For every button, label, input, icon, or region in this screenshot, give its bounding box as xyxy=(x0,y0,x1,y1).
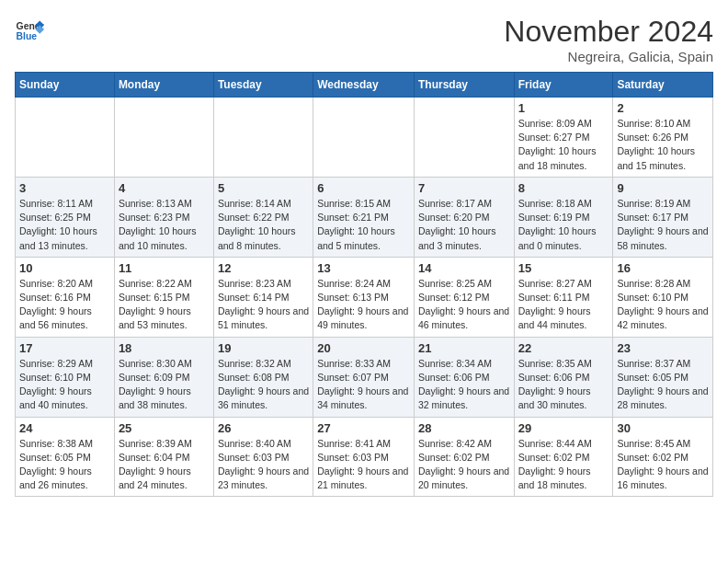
day-info: Sunrise: 8:24 AM Sunset: 6:13 PM Dayligh… xyxy=(317,277,410,333)
weekday-header: Sunday xyxy=(16,73,115,98)
calendar-cell: 26Sunrise: 8:40 AM Sunset: 6:03 PM Dayli… xyxy=(213,417,313,497)
day-number: 19 xyxy=(218,341,309,355)
day-number: 23 xyxy=(617,341,709,355)
calendar-week-row: 10Sunrise: 8:20 AM Sunset: 6:16 PM Dayli… xyxy=(16,257,713,337)
calendar-cell: 30Sunrise: 8:45 AM Sunset: 6:02 PM Dayli… xyxy=(613,417,713,497)
logo-icon: General Blue xyxy=(15,15,44,44)
day-info: Sunrise: 8:23 AM Sunset: 6:14 PM Dayligh… xyxy=(218,277,309,333)
day-info: Sunrise: 8:09 AM Sunset: 6:27 PM Dayligh… xyxy=(518,117,609,173)
day-info: Sunrise: 8:45 AM Sunset: 6:02 PM Dayligh… xyxy=(617,437,709,493)
day-number: 9 xyxy=(617,181,709,195)
calendar-cell: 10Sunrise: 8:20 AM Sunset: 6:16 PM Dayli… xyxy=(16,257,115,337)
calendar-cell: 28Sunrise: 8:42 AM Sunset: 6:02 PM Dayli… xyxy=(414,417,514,497)
calendar-cell: 1Sunrise: 8:09 AM Sunset: 6:27 PM Daylig… xyxy=(514,98,613,178)
day-number: 25 xyxy=(119,421,210,435)
day-number: 29 xyxy=(518,421,609,435)
calendar-week-row: 1Sunrise: 8:09 AM Sunset: 6:27 PM Daylig… xyxy=(16,98,713,178)
calendar-cell xyxy=(114,98,213,178)
day-info: Sunrise: 8:41 AM Sunset: 6:03 PM Dayligh… xyxy=(317,437,410,493)
calendar-cell: 25Sunrise: 8:39 AM Sunset: 6:04 PM Dayli… xyxy=(114,417,213,497)
day-number: 3 xyxy=(19,181,110,195)
calendar-table: SundayMondayTuesdayWednesdayThursdayFrid… xyxy=(15,72,713,497)
day-info: Sunrise: 8:28 AM Sunset: 6:10 PM Dayligh… xyxy=(617,277,709,333)
day-number: 18 xyxy=(119,341,210,355)
day-number: 28 xyxy=(418,421,510,435)
weekday-header: Tuesday xyxy=(213,73,313,98)
calendar-cell: 2Sunrise: 8:10 AM Sunset: 6:26 PM Daylig… xyxy=(613,98,713,178)
day-info: Sunrise: 8:32 AM Sunset: 6:08 PM Dayligh… xyxy=(218,357,309,413)
day-number: 14 xyxy=(418,261,510,275)
day-number: 21 xyxy=(418,341,510,355)
calendar-cell: 17Sunrise: 8:29 AM Sunset: 6:10 PM Dayli… xyxy=(16,337,115,417)
day-info: Sunrise: 8:20 AM Sunset: 6:16 PM Dayligh… xyxy=(19,277,110,333)
day-number: 30 xyxy=(617,421,709,435)
day-number: 6 xyxy=(317,181,410,195)
calendar-cell: 14Sunrise: 8:25 AM Sunset: 6:12 PM Dayli… xyxy=(414,257,514,337)
calendar-cell: 6Sunrise: 8:15 AM Sunset: 6:21 PM Daylig… xyxy=(313,177,415,257)
day-number: 2 xyxy=(617,101,709,115)
calendar-cell xyxy=(313,98,415,178)
calendar-cell: 5Sunrise: 8:14 AM Sunset: 6:22 PM Daylig… xyxy=(213,177,313,257)
day-number: 4 xyxy=(119,181,210,195)
calendar-cell: 18Sunrise: 8:30 AM Sunset: 6:09 PM Dayli… xyxy=(114,337,213,417)
calendar-cell: 29Sunrise: 8:44 AM Sunset: 6:02 PM Dayli… xyxy=(514,417,613,497)
logo: General Blue xyxy=(15,15,44,44)
day-number: 15 xyxy=(518,261,609,275)
calendar-cell: 3Sunrise: 8:11 AM Sunset: 6:25 PM Daylig… xyxy=(16,177,115,257)
day-info: Sunrise: 8:40 AM Sunset: 6:03 PM Dayligh… xyxy=(218,437,309,493)
day-info: Sunrise: 8:42 AM Sunset: 6:02 PM Dayligh… xyxy=(418,437,510,493)
day-number: 1 xyxy=(518,101,609,115)
calendar-cell xyxy=(16,98,115,178)
calendar-cell: 13Sunrise: 8:24 AM Sunset: 6:13 PM Dayli… xyxy=(313,257,415,337)
day-number: 26 xyxy=(218,421,309,435)
location: Negreira, Galicia, Spain xyxy=(504,49,713,64)
calendar-cell: 24Sunrise: 8:38 AM Sunset: 6:05 PM Dayli… xyxy=(16,417,115,497)
title-block: November 2024 Negreira, Galicia, Spain xyxy=(504,15,713,64)
weekday-header-row: SundayMondayTuesdayWednesdayThursdayFrid… xyxy=(16,73,713,98)
calendar-cell: 7Sunrise: 8:17 AM Sunset: 6:20 PM Daylig… xyxy=(414,177,514,257)
day-info: Sunrise: 8:14 AM Sunset: 6:22 PM Dayligh… xyxy=(218,197,309,253)
day-number: 22 xyxy=(518,341,609,355)
day-number: 17 xyxy=(19,341,110,355)
day-info: Sunrise: 8:25 AM Sunset: 6:12 PM Dayligh… xyxy=(418,277,510,333)
day-info: Sunrise: 8:39 AM Sunset: 6:04 PM Dayligh… xyxy=(119,437,210,493)
day-info: Sunrise: 8:29 AM Sunset: 6:10 PM Dayligh… xyxy=(19,357,110,413)
day-number: 7 xyxy=(418,181,510,195)
day-number: 13 xyxy=(317,261,410,275)
calendar-cell: 9Sunrise: 8:19 AM Sunset: 6:17 PM Daylig… xyxy=(613,177,713,257)
calendar-week-row: 24Sunrise: 8:38 AM Sunset: 6:05 PM Dayli… xyxy=(16,417,713,497)
month-title: November 2024 xyxy=(504,15,713,49)
day-info: Sunrise: 8:19 AM Sunset: 6:17 PM Dayligh… xyxy=(617,197,709,253)
day-info: Sunrise: 8:13 AM Sunset: 6:23 PM Dayligh… xyxy=(119,197,210,253)
day-number: 20 xyxy=(317,341,410,355)
day-number: 10 xyxy=(19,261,110,275)
weekday-header: Thursday xyxy=(414,73,514,98)
calendar-cell: 20Sunrise: 8:33 AM Sunset: 6:07 PM Dayli… xyxy=(313,337,415,417)
calendar-cell: 8Sunrise: 8:18 AM Sunset: 6:19 PM Daylig… xyxy=(514,177,613,257)
day-info: Sunrise: 8:35 AM Sunset: 6:06 PM Dayligh… xyxy=(518,357,609,413)
calendar-week-row: 17Sunrise: 8:29 AM Sunset: 6:10 PM Dayli… xyxy=(16,337,713,417)
day-number: 8 xyxy=(518,181,609,195)
weekday-header: Friday xyxy=(514,73,613,98)
calendar-cell: 23Sunrise: 8:37 AM Sunset: 6:05 PM Dayli… xyxy=(613,337,713,417)
day-number: 16 xyxy=(617,261,709,275)
calendar-cell: 22Sunrise: 8:35 AM Sunset: 6:06 PM Dayli… xyxy=(514,337,613,417)
calendar-cell: 11Sunrise: 8:22 AM Sunset: 6:15 PM Dayli… xyxy=(114,257,213,337)
day-info: Sunrise: 8:34 AM Sunset: 6:06 PM Dayligh… xyxy=(418,357,510,413)
weekday-header: Saturday xyxy=(613,73,713,98)
svg-text:Blue: Blue xyxy=(17,31,38,41)
calendar-cell: 27Sunrise: 8:41 AM Sunset: 6:03 PM Dayli… xyxy=(313,417,415,497)
day-info: Sunrise: 8:30 AM Sunset: 6:09 PM Dayligh… xyxy=(119,357,210,413)
day-info: Sunrise: 8:17 AM Sunset: 6:20 PM Dayligh… xyxy=(418,197,510,253)
day-number: 24 xyxy=(19,421,110,435)
day-info: Sunrise: 8:22 AM Sunset: 6:15 PM Dayligh… xyxy=(119,277,210,333)
calendar-cell: 19Sunrise: 8:32 AM Sunset: 6:08 PM Dayli… xyxy=(213,337,313,417)
calendar-cell xyxy=(414,98,514,178)
day-number: 27 xyxy=(317,421,410,435)
day-info: Sunrise: 8:11 AM Sunset: 6:25 PM Dayligh… xyxy=(19,197,110,253)
day-info: Sunrise: 8:38 AM Sunset: 6:05 PM Dayligh… xyxy=(19,437,110,493)
calendar-cell: 16Sunrise: 8:28 AM Sunset: 6:10 PM Dayli… xyxy=(613,257,713,337)
calendar-cell: 15Sunrise: 8:27 AM Sunset: 6:11 PM Dayli… xyxy=(514,257,613,337)
weekday-header: Monday xyxy=(114,73,213,98)
day-number: 5 xyxy=(218,181,309,195)
